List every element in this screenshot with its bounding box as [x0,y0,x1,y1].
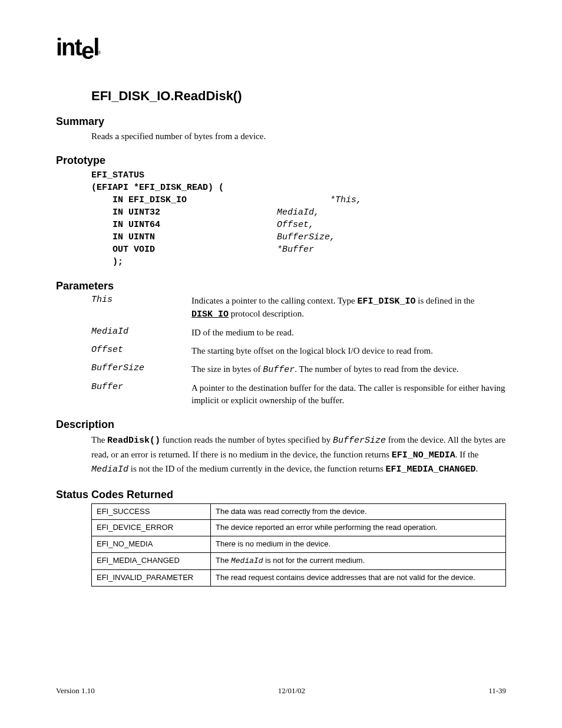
status-code: EFI_DEVICE_ERROR [92,520,211,536]
param-row: This Indicates a pointer to the calling … [91,295,506,321]
summary-heading: Summary [56,116,506,128]
prototype-heading: Prototype [56,154,506,167]
param-desc: The size in bytes of Buffer. The number … [191,363,506,376]
status-heading: Status Codes Returned [56,489,506,501]
proto-param: *This, [330,195,362,205]
param-name: Offset [91,345,191,357]
function-title: EFI_DISK_IO.ReadDisk() [91,88,506,104]
footer-pagenum: 11-39 [488,686,506,696]
status-desc: The data was read correctly from the dev… [211,503,506,520]
summary-text: Reads a specified number of bytes from a… [91,130,506,143]
description-text: The ReadDisk() function reads the number… [91,433,506,477]
param-desc: Indicates a pointer to the calling conte… [191,295,506,321]
param-name: BufferSize [91,363,191,376]
proto-kw: IN UINT64 [91,220,160,230]
param-desc: The starting byte offset on the logical … [191,345,506,357]
proto-line: (EFIAPI *EFI_DISK_READ) ( [91,183,224,193]
parameters-table: This Indicates a pointer to the calling … [91,295,506,407]
status-code: EFI_INVALID_PARAMETER [92,570,211,587]
proto-kw: IN UINT32 [91,207,160,218]
page-footer: Version 1.10 12/01/02 11-39 [56,686,506,696]
table-row: EFI_DEVICE_ERROR The device reported an … [92,520,506,536]
param-desc: A pointer to the destination buffer for … [191,382,506,407]
proto-kw: IN EFI_DISK_IO [91,195,187,205]
status-table: EFI_SUCCESS The data was read correctly … [91,503,506,587]
status-desc: The read request contains device address… [211,570,506,587]
disk-io-link[interactable]: DISK_IO [191,309,229,319]
table-row: EFI_SUCCESS The data was read correctly … [92,503,506,520]
status-code: EFI_NO_MEDIA [92,536,211,553]
table-row: EFI_MEDIA_CHANGED The MediaId is not for… [92,553,506,570]
prototype-block: EFI_STATUS (EFIAPI *EFI_DISK_READ) ( IN … [91,169,506,268]
proto-param: BufferSize, [277,232,335,242]
footer-date: 12/01/02 [278,686,305,696]
intel-logo: intel® [56,35,101,59]
proto-line: EFI_STATUS [91,170,144,180]
param-name: Buffer [91,382,191,407]
param-desc: ID of the medium to be read. [191,327,506,339]
proto-line: ); [91,257,123,267]
param-row: Buffer A pointer to the destination buff… [91,382,506,407]
status-desc: The MediaId is not for the current mediu… [211,553,506,570]
param-name: This [91,295,191,321]
param-name: MediaId [91,327,191,339]
proto-kw: IN UINTN [91,232,155,242]
status-code: EFI_MEDIA_CHANGED [92,553,211,570]
param-row: BufferSize The size in bytes of Buffer. … [91,363,506,376]
param-row: Offset The starting byte offset on the l… [91,345,506,357]
table-row: EFI_NO_MEDIA There is no medium in the d… [92,536,506,553]
description-heading: Description [56,419,506,431]
table-row: EFI_INVALID_PARAMETER The read request c… [92,570,506,587]
proto-param: *Buffer [277,245,314,255]
status-desc: There is no medium in the device. [211,536,506,553]
status-code: EFI_SUCCESS [92,503,211,520]
param-row: MediaId ID of the medium to be read. [91,327,506,339]
footer-version: Version 1.10 [56,686,95,696]
parameters-heading: Parameters [56,280,506,292]
status-desc: The device reported an error while perfo… [211,520,506,536]
proto-param: MediaId, [277,207,319,218]
proto-param: Offset, [277,220,314,230]
proto-kw: OUT VOID [91,245,155,255]
